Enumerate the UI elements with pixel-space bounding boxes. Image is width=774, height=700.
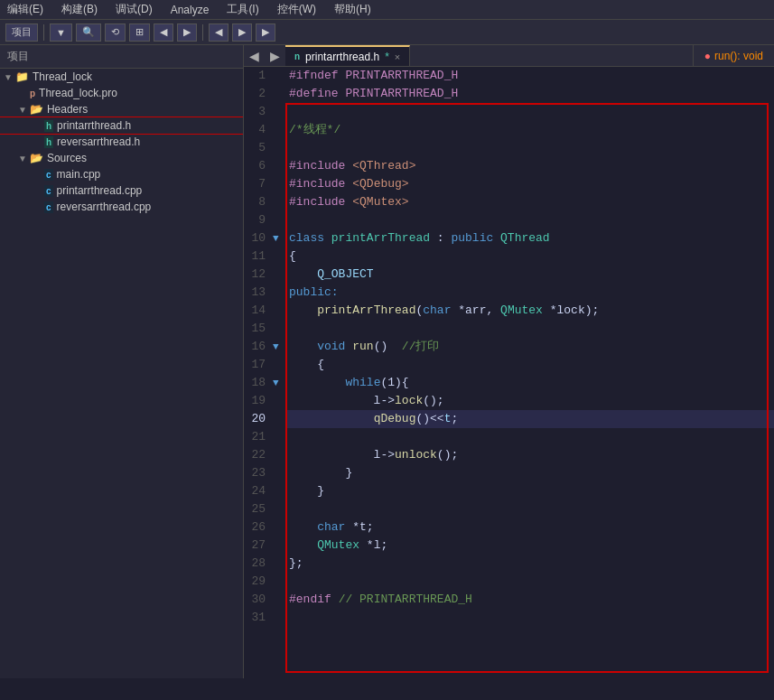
code-row[interactable]: 9 xyxy=(244,211,774,229)
code-row[interactable]: 6#include <QThread> xyxy=(244,157,774,175)
code-row[interactable]: 8#include <QMutex> xyxy=(244,193,774,211)
tree-item-printarrthread-cpp[interactable]: cprintarrthread.cpp xyxy=(0,182,243,199)
toolbar-refresh[interactable]: ⟲ xyxy=(105,23,126,42)
code-row[interactable]: 17 { xyxy=(244,356,774,374)
code-row[interactable]: 23 } xyxy=(244,464,774,482)
tree-item-thread-lock-pro[interactable]: pThread_lock.pro xyxy=(0,85,243,101)
code-row[interactable]: 11{ xyxy=(244,247,774,266)
code-row[interactable]: 2#define PRINTARRTHREAD_H xyxy=(244,85,774,103)
code-content[interactable]: qDebug()<<t; xyxy=(285,410,774,428)
code-row[interactable]: 20 qDebug()<<t; xyxy=(244,410,774,428)
tree-item-thread-lock[interactable]: ▼📁Thread_lock xyxy=(0,69,243,85)
code-content[interactable]: #ifndef PRINTARRTHREAD_H xyxy=(285,67,774,85)
code-row[interactable]: 27 QMutex *l; xyxy=(244,537,774,555)
code-content[interactable]: #include <QMutex> xyxy=(285,193,774,211)
code-row[interactable]: 3 xyxy=(244,103,774,121)
code-content[interactable]: #define PRINTARRTHREAD_H xyxy=(285,85,774,103)
toolbar-run[interactable]: ▶ xyxy=(256,23,275,42)
code-row[interactable]: 14 printArrThread(char *arr, QMutex *loc… xyxy=(244,302,774,320)
code-content[interactable]: class printArrThread : public QThread xyxy=(285,229,774,247)
code-row[interactable]: 1#ifndef PRINTARRTHREAD_H xyxy=(244,67,774,85)
toolbar-grid[interactable]: ⊞ xyxy=(129,23,150,42)
menu-controls[interactable]: 控件(W) xyxy=(274,2,320,17)
code-content[interactable]: Q_OBJECT xyxy=(285,266,774,284)
code-content[interactable]: QMutex *l; xyxy=(285,537,774,555)
pro-file-icon: p xyxy=(30,89,35,98)
code-row[interactable]: 25 xyxy=(244,500,774,518)
tab-nav-left[interactable]: ◀ xyxy=(244,45,265,66)
toolbar-jump-prev[interactable]: ◀ xyxy=(209,23,228,42)
tree-item-reversarrthread-cpp[interactable]: creversarrthread.cpp xyxy=(0,199,243,215)
tree-item-main-cpp[interactable]: cmain.cpp xyxy=(0,166,243,182)
code-row[interactable]: 24 } xyxy=(244,482,774,500)
code-content[interactable]: }; xyxy=(285,555,774,573)
tab-printarrthread-h[interactable]: n printarrthread.h * × xyxy=(285,45,410,66)
line-number: 10 xyxy=(244,229,273,247)
code-editor[interactable]: 1#ifndef PRINTARRTHREAD_H2#define PRINTA… xyxy=(244,67,774,678)
code-scroll-area[interactable]: 1#ifndef PRINTARRTHREAD_H2#define PRINTA… xyxy=(244,67,774,678)
code-row[interactable]: 26 char *t; xyxy=(244,518,774,537)
tree-item-printarrthread-h[interactable]: hprintarrthread.h xyxy=(0,117,243,134)
code-row[interactable]: 29 xyxy=(244,573,774,591)
tree-item-headers[interactable]: ▼📂Headers xyxy=(0,101,243,117)
menu-help[interactable]: 帮助(H) xyxy=(331,2,375,17)
tree-item-sources[interactable]: ▼📂Sources xyxy=(0,150,243,166)
code-row[interactable]: 22 l->unlock(); xyxy=(244,446,774,464)
code-row[interactable]: 12 Q_OBJECT xyxy=(244,266,774,284)
code-content[interactable] xyxy=(285,573,774,591)
token-punct xyxy=(289,303,317,317)
code-row[interactable]: 7#include <QDebug> xyxy=(244,175,774,193)
code-row[interactable]: 16▼ void run() //打印 xyxy=(244,338,774,356)
project-button[interactable]: 项目 xyxy=(5,23,38,42)
code-row[interactable]: 28}; xyxy=(244,555,774,573)
code-row[interactable]: 13public: xyxy=(244,284,774,302)
code-content[interactable]: #include <QDebug> xyxy=(285,175,774,193)
code-content[interactable]: while(1){ xyxy=(285,374,774,392)
code-content[interactable]: char *t; xyxy=(285,518,774,537)
tree-item-reversarrthread-h[interactable]: hreversarrthread.h xyxy=(0,134,243,150)
code-content[interactable]: } xyxy=(285,464,774,482)
code-content[interactable] xyxy=(285,103,774,121)
code-row[interactable]: 21 xyxy=(244,428,774,446)
code-content[interactable] xyxy=(285,609,774,627)
code-row[interactable]: 10▼class printArrThread : public QThread xyxy=(244,229,774,247)
code-content[interactable] xyxy=(285,211,774,229)
code-row[interactable]: 15 xyxy=(244,320,774,338)
code-content[interactable]: public: xyxy=(285,284,774,302)
code-row[interactable]: 18▼ while(1){ xyxy=(244,374,774,392)
code-content[interactable]: /*线程*/ xyxy=(285,121,774,139)
tab-close-button[interactable]: × xyxy=(395,51,400,62)
menu-debug[interactable]: 调试(D) xyxy=(112,2,156,17)
code-row[interactable]: 5 xyxy=(244,139,774,157)
line-number: 23 xyxy=(244,464,273,482)
toolbar-nav-fwd[interactable]: ▶ xyxy=(177,23,197,42)
code-row[interactable]: 19 l->lock(); xyxy=(244,392,774,410)
toolbar-filter[interactable]: ▼ xyxy=(50,23,72,42)
code-content[interactable]: #include <QThread> xyxy=(285,157,774,175)
code-content[interactable] xyxy=(285,428,774,446)
token-kw2: #include xyxy=(289,159,345,173)
code-content[interactable]: } xyxy=(285,482,774,500)
menu-edit[interactable]: 编辑(E) xyxy=(4,2,47,17)
menu-tools[interactable]: 工具(I) xyxy=(223,2,262,17)
code-content[interactable]: { xyxy=(285,247,774,266)
code-content[interactable] xyxy=(285,139,774,157)
code-content[interactable] xyxy=(285,500,774,518)
code-content[interactable]: void run() //打印 xyxy=(285,338,774,356)
line-number: 12 xyxy=(244,266,273,284)
code-row[interactable]: 31 xyxy=(244,609,774,627)
toolbar-nav-back[interactable]: ◀ xyxy=(154,23,173,42)
menu-analyze[interactable]: Analyze xyxy=(167,4,213,16)
code-content[interactable]: #endif // PRINTARRTHREAD_H xyxy=(285,591,774,609)
code-row[interactable]: 30#endif // PRINTARRTHREAD_H xyxy=(244,591,774,609)
code-row[interactable]: 4/*线程*/ xyxy=(244,121,774,139)
menu-build[interactable]: 构建(B) xyxy=(58,2,101,17)
toolbar-jump-next[interactable]: ▶ xyxy=(232,23,252,42)
code-content[interactable]: l->lock(); xyxy=(285,392,774,410)
code-content[interactable]: l->unlock(); xyxy=(285,446,774,464)
tab-nav-right[interactable]: ▶ xyxy=(265,45,285,66)
code-content[interactable]: { xyxy=(285,356,774,374)
code-content[interactable] xyxy=(285,320,774,338)
code-content[interactable]: printArrThread(char *arr, QMutex *lock); xyxy=(285,302,774,320)
toolbar-search[interactable]: 🔍 xyxy=(76,23,101,42)
